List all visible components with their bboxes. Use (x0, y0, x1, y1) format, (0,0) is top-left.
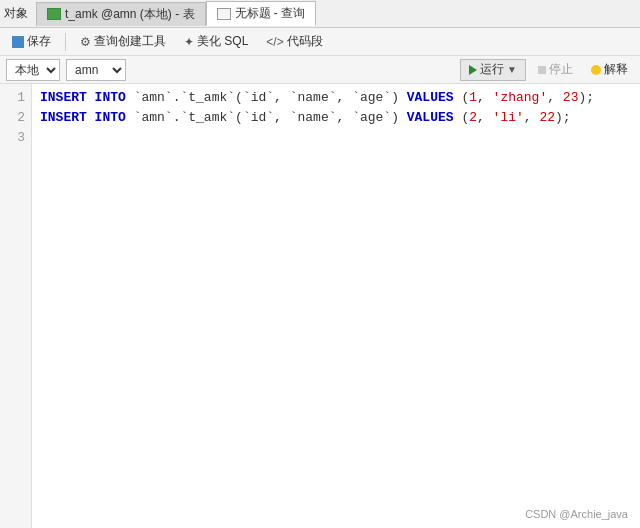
line-number: 2 (0, 108, 31, 128)
token-punc: , (547, 90, 563, 105)
token-punc: , (524, 110, 540, 125)
location-select[interactable]: 本地 (6, 59, 60, 81)
stop-button[interactable]: 停止 (532, 59, 579, 81)
token-punc: , (477, 110, 493, 125)
token-punc: ) (391, 90, 407, 105)
explain-icon (591, 65, 601, 75)
token-bt: `t_amk` (180, 110, 235, 125)
token-punc: , (337, 90, 353, 105)
editor[interactable]: 123 INSERT INTO `amn`.`t_amk`(`id`, `nam… (0, 84, 640, 528)
play-icon (469, 65, 477, 75)
token-bt: `t_amk` (180, 90, 235, 105)
token-punc: ( (454, 90, 470, 105)
line-number: 3 (0, 128, 31, 148)
token-bt: `name` (290, 110, 337, 125)
token-bt: `amn` (134, 110, 173, 125)
save-icon (12, 36, 24, 48)
run-button[interactable]: 运行 ▼ (460, 59, 526, 81)
token-punc: ); (555, 110, 571, 125)
code-area[interactable]: INSERT INTO `amn`.`t_amk`(`id`, `name`, … (32, 84, 640, 528)
query-icon (217, 8, 231, 20)
token-punc: ( (235, 110, 243, 125)
code-line: INSERT INTO `amn`.`t_amk`(`id`, `name`, … (40, 108, 632, 128)
table-icon (47, 8, 61, 20)
token-punc: ( (235, 90, 243, 105)
encode-icon: </> (266, 35, 283, 49)
token-kw: INSERT INTO (40, 90, 126, 105)
token-punc: , (274, 90, 290, 105)
code-line (40, 128, 632, 148)
schema-select[interactable]: amn (66, 59, 126, 81)
token-plain (126, 90, 134, 105)
token-punc: ( (454, 110, 470, 125)
save-label: 保存 (27, 33, 51, 50)
query-builder-button[interactable]: ⚙ 查询创建工具 (74, 31, 172, 52)
query-builder-icon: ⚙ (80, 35, 91, 49)
beautify-label: 美化 SQL (197, 33, 248, 50)
token-bt: `amn` (134, 90, 173, 105)
token-bt: `id` (243, 110, 274, 125)
title-bar: 对象 t_amk @amn (本地) - 表 无标题 - 查询 (0, 0, 640, 28)
token-str: 'zhang' (493, 90, 548, 105)
token-punc: , (337, 110, 353, 125)
token-bt: `id` (243, 90, 274, 105)
run-dropdown-icon: ▼ (507, 64, 517, 75)
stop-icon (538, 66, 546, 74)
token-kw: INSERT INTO (40, 110, 126, 125)
toolbar2: 本地 amn 运行 ▼ 停止 解释 (0, 56, 640, 84)
beautify-button[interactable]: ✦ 美化 SQL (178, 31, 254, 52)
watermark: CSDN @Archie_java (525, 508, 628, 520)
token-bt: `name` (290, 90, 337, 105)
stop-label: 停止 (549, 61, 573, 78)
code-line: INSERT INTO `amn`.`t_amk`(`id`, `name`, … (40, 88, 632, 108)
beautify-icon: ✦ (184, 35, 194, 49)
toolbar1: 保存 ⚙ 查询创建工具 ✦ 美化 SQL </> 代码段 (0, 28, 640, 56)
token-punc: ) (391, 110, 407, 125)
explain-button[interactable]: 解释 (585, 59, 634, 81)
explain-label: 解释 (604, 61, 628, 78)
token-kw: VALUES (407, 90, 454, 105)
token-plain (126, 110, 134, 125)
separator1 (65, 33, 66, 51)
tab-query-label: 无标题 - 查询 (235, 5, 306, 22)
encode-label: 代码段 (287, 33, 323, 50)
save-button[interactable]: 保存 (6, 31, 57, 52)
line-numbers: 123 (0, 84, 32, 528)
tab-table-label: t_amk @amn (本地) - 表 (65, 6, 195, 23)
token-str: 'li' (493, 110, 524, 125)
token-punc: , (274, 110, 290, 125)
token-num: 1 (469, 90, 477, 105)
token-bt: `age` (352, 110, 391, 125)
main-container: 对象 t_amk @amn (本地) - 表 无标题 - 查询 保存 ⚙ 查询创… (0, 0, 640, 528)
query-builder-label: 查询创建工具 (94, 33, 166, 50)
token-num: 23 (563, 90, 579, 105)
encode-button[interactable]: </> 代码段 (260, 31, 328, 52)
object-label: 对象 (4, 5, 28, 22)
token-punc: , (477, 90, 493, 105)
token-punc: ); (578, 90, 594, 105)
tab-query[interactable]: 无标题 - 查询 (206, 1, 317, 26)
tab-table[interactable]: t_amk @amn (本地) - 表 (36, 2, 206, 26)
token-bt: `age` (352, 90, 391, 105)
line-number: 1 (0, 88, 31, 108)
token-num: 22 (539, 110, 555, 125)
run-label: 运行 (480, 61, 504, 78)
token-num: 2 (469, 110, 477, 125)
token-kw: VALUES (407, 110, 454, 125)
